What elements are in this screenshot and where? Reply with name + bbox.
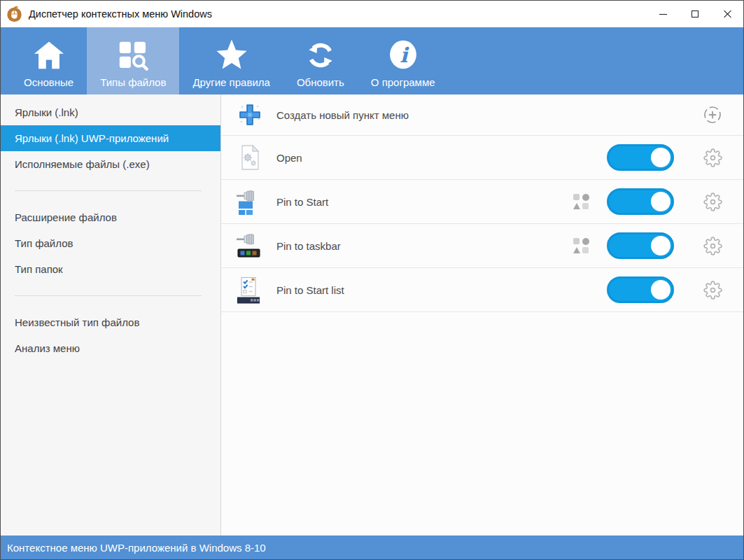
toggle-knob: [651, 148, 671, 167]
gear-icon: [703, 281, 722, 300]
pin-to-start-list-icon: [235, 275, 265, 304]
row-controls: [573, 188, 722, 215]
settings-gear-button[interactable]: [703, 280, 722, 300]
tab-refresh[interactable]: Обновить: [283, 27, 358, 94]
add-menu-item-button[interactable]: [703, 105, 722, 125]
document-gears-icon: [235, 143, 265, 172]
mouse-logo-icon: [6, 6, 22, 22]
window-title: Диспетчер контекстных меню Windows: [29, 8, 212, 20]
tab-main[interactable]: Основные: [10, 27, 87, 94]
menu-entry-row[interactable]: Pin to taskbar: [221, 224, 743, 268]
create-new-menu-item-label: Создать новый пункт меню: [276, 109, 409, 121]
sidebar-divider: [15, 190, 202, 191]
row-controls: [573, 276, 722, 303]
pin-to-taskbar-icon: [235, 231, 265, 260]
toggle-switch-pin-to-start-list[interactable]: [607, 276, 674, 303]
menu-entry-row[interactable]: Pin to Start: [221, 180, 743, 224]
toggle-knob: [651, 280, 671, 300]
minimize-icon: [659, 14, 667, 15]
row-controls: [573, 144, 722, 171]
tab-main-label: Основные: [24, 76, 73, 88]
gear-icon: [703, 237, 722, 255]
gear-icon: [703, 192, 722, 211]
blue-plus-icon: [235, 100, 265, 130]
minimize-button[interactable]: [647, 1, 679, 27]
settings-gear-button[interactable]: [703, 192, 722, 211]
sidebar-item-folder-type[interactable]: Тип папок: [1, 256, 220, 282]
sidebar-item-lnk[interactable]: Ярлыки (.lnk): [1, 99, 220, 125]
sidebar-item-unknown-type[interactable]: Неизвестный тип файлов: [1, 309, 220, 335]
tab-other-rules-label: Другие правила: [192, 76, 269, 88]
sidebar-divider: [15, 295, 202, 296]
menu-entry-label: Pin to taskbar: [276, 240, 341, 252]
sidebar-item-file-type[interactable]: Тип файлов: [1, 230, 220, 256]
content-panel: Создать новый пункт меню: [221, 94, 743, 536]
home-icon: [33, 37, 65, 71]
title-bar: Диспетчер контекстных меню Windows: [1, 1, 743, 27]
menu-entry-label: Pin to Start: [276, 196, 328, 208]
tab-about-label: О программе: [371, 76, 435, 88]
settings-gear-button[interactable]: [703, 148, 722, 167]
row-controls: [703, 105, 722, 125]
status-bar: Контекстное меню UWP-приложений в Window…: [1, 536, 743, 559]
main-area: Ярлыки (.lnk) Ярлыки (.lnk) UWP-приложен…: [1, 94, 743, 536]
toolbar: Основные Типы файлов Другие правила: [1, 27, 743, 94]
toggle-switch-pin-to-taskbar[interactable]: [607, 232, 674, 259]
uwp-shapes-icon: [573, 237, 589, 254]
tab-about[interactable]: i О программе: [358, 27, 449, 94]
maximize-button[interactable]: [679, 1, 711, 27]
sidebar: Ярлыки (.lnk) Ярлыки (.lnk) UWP-приложен…: [1, 94, 221, 536]
close-icon: [723, 10, 731, 18]
star-icon: [215, 37, 248, 71]
info-icon: i: [388, 37, 419, 71]
uwp-shapes-icon: [573, 193, 589, 210]
tab-refresh-label: Обновить: [297, 76, 344, 88]
tab-file-types[interactable]: Типы файлов: [87, 27, 179, 94]
menu-entry-row[interactable]: Pin to Start list: [221, 268, 743, 312]
toggle-knob: [651, 236, 671, 255]
tab-other-rules[interactable]: Другие правила: [179, 27, 283, 94]
app-window: Диспетчер контекстных меню Windows Основ…: [0, 0, 744, 560]
maximize-icon: [692, 10, 699, 18]
toggle-switch-pin-to-start[interactable]: [607, 188, 674, 215]
row-controls: [573, 232, 722, 259]
sidebar-item-file-extension[interactable]: Расширение файлов: [1, 204, 220, 230]
menu-entry-label: Open: [276, 152, 302, 164]
dashed-plus-circle-icon: [703, 105, 722, 125]
refresh-icon: [305, 37, 336, 71]
tab-file-types-label: Типы файлов: [100, 76, 166, 88]
sidebar-item-menu-analysis[interactable]: Анализ меню: [1, 335, 220, 361]
settings-gear-button[interactable]: [703, 236, 722, 255]
file-types-icon: [118, 37, 148, 71]
menu-entry-label: Pin to Start list: [276, 284, 344, 296]
toggle-knob: [651, 192, 671, 211]
gear-icon: [703, 148, 722, 167]
menu-entry-row[interactable]: Open: [221, 136, 743, 180]
sidebar-item-lnk-uwp[interactable]: Ярлыки (.lnk) UWP-приложений: [1, 125, 220, 151]
status-text: Контекстное меню UWP-приложений в Window…: [7, 542, 266, 554]
toggle-switch-open[interactable]: [607, 144, 674, 171]
create-new-menu-item-row[interactable]: Создать новый пункт меню: [221, 94, 743, 136]
pin-to-start-icon: [235, 187, 265, 216]
window-controls: [647, 1, 743, 27]
sidebar-item-exe[interactable]: Исполняемые файлы (.exe): [1, 151, 220, 177]
close-button[interactable]: [711, 1, 743, 27]
